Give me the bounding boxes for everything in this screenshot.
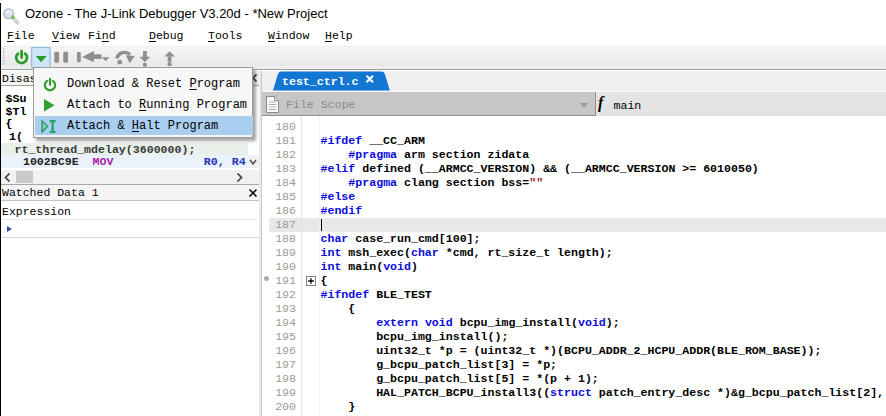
svg-text:test_ctrl.c: test_ctrl.c	[282, 75, 359, 88]
